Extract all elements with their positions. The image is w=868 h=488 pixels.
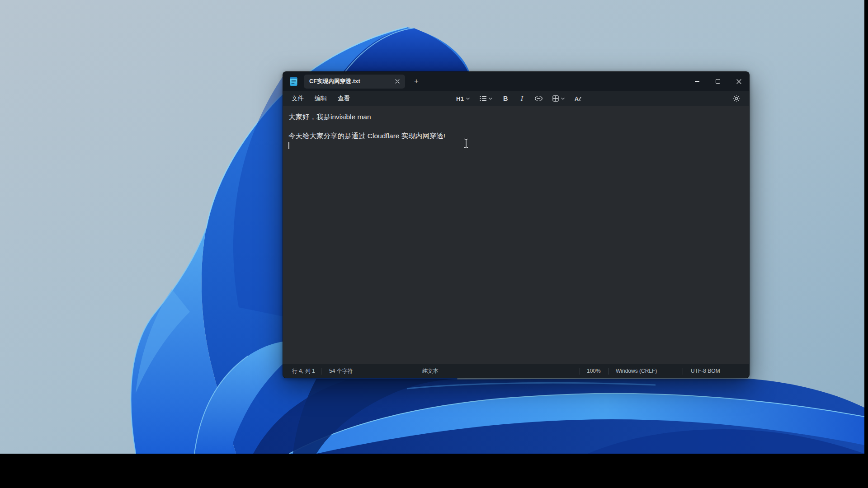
settings-button[interactable] bbox=[730, 93, 743, 104]
tab-close-icon[interactable] bbox=[392, 76, 403, 86]
tab-title: CF实现内网穿透.txt bbox=[304, 78, 392, 85]
link-button[interactable] bbox=[531, 93, 546, 104]
close-button[interactable] bbox=[728, 72, 749, 91]
clear-formatting-button[interactable]: A bbox=[571, 93, 585, 104]
format-toolbar: H1 B I bbox=[451, 91, 587, 106]
notepad-app-icon bbox=[289, 77, 298, 86]
maximize-icon bbox=[716, 79, 720, 84]
status-divider bbox=[683, 368, 683, 375]
menu-edit[interactable]: 编辑 bbox=[310, 93, 332, 104]
chevron-down-icon bbox=[561, 98, 565, 100]
svg-text:A: A bbox=[575, 96, 579, 102]
minimize-icon bbox=[695, 81, 699, 81]
editor-line-2 bbox=[288, 122, 744, 131]
list-style-button[interactable] bbox=[476, 93, 496, 104]
text-caret bbox=[288, 142, 289, 149]
editor-line-1: 大家好，我是invisible man bbox=[288, 112, 744, 122]
zoom-level[interactable]: 100% bbox=[587, 364, 601, 378]
editor-line-3: 今天给大家分享的是通过 Cloudflare 实现内网穿透! bbox=[288, 131, 744, 141]
chevron-down-icon bbox=[489, 98, 492, 100]
bullet-list-icon bbox=[480, 96, 486, 101]
cursor-position: 行 4, 列 1 bbox=[292, 364, 315, 378]
clear-formatting-icon: A bbox=[575, 95, 582, 102]
encoding[interactable]: UTF-8 BOM bbox=[691, 364, 720, 378]
menu-file[interactable]: 文件 bbox=[287, 93, 309, 104]
maximize-button[interactable] bbox=[708, 72, 728, 91]
plus-icon: + bbox=[414, 77, 419, 86]
screen: CF实现内网穿透.txt + 文件 bbox=[0, 0, 868, 488]
table-icon bbox=[552, 95, 559, 102]
line-ending[interactable]: Windows (CRLF) bbox=[616, 364, 657, 378]
menu-view[interactable]: 查看 bbox=[333, 93, 355, 104]
notepad-window: CF实现内网穿透.txt + 文件 bbox=[283, 71, 750, 378]
character-count: 54 个字符 bbox=[329, 364, 353, 378]
status-divider bbox=[321, 368, 321, 375]
status-bar: 行 4, 列 1 54 个字符 纯文本 100% Windows (CRLF) … bbox=[283, 364, 749, 378]
close-icon bbox=[736, 79, 741, 84]
menu-toolbar: 文件 编辑 查看 H1 bbox=[283, 91, 749, 106]
chevron-down-icon bbox=[466, 98, 470, 100]
heading-style-button[interactable]: H1 bbox=[453, 93, 473, 104]
tab-cf-file[interactable]: CF实现内网穿透.txt bbox=[304, 75, 405, 89]
table-button[interactable] bbox=[549, 93, 568, 104]
tab-bar: CF实现内网穿透.txt + bbox=[283, 72, 749, 91]
status-divider bbox=[609, 368, 609, 375]
link-icon bbox=[535, 96, 542, 101]
status-divider bbox=[580, 368, 580, 375]
text-editor[interactable]: 大家好，我是invisible man 今天给大家分享的是通过 Cloudfla… bbox=[283, 106, 749, 364]
text-ibeam-cursor bbox=[463, 138, 469, 150]
document-mode: 纯文本 bbox=[422, 364, 439, 378]
minimize-button[interactable] bbox=[687, 72, 708, 91]
gear-icon bbox=[733, 95, 740, 102]
heading-label: H1 bbox=[456, 95, 464, 102]
new-tab-button[interactable]: + bbox=[410, 75, 423, 88]
editor-line-4 bbox=[288, 141, 744, 150]
bold-button[interactable]: B bbox=[499, 93, 512, 104]
italic-button[interactable]: I bbox=[515, 93, 528, 104]
